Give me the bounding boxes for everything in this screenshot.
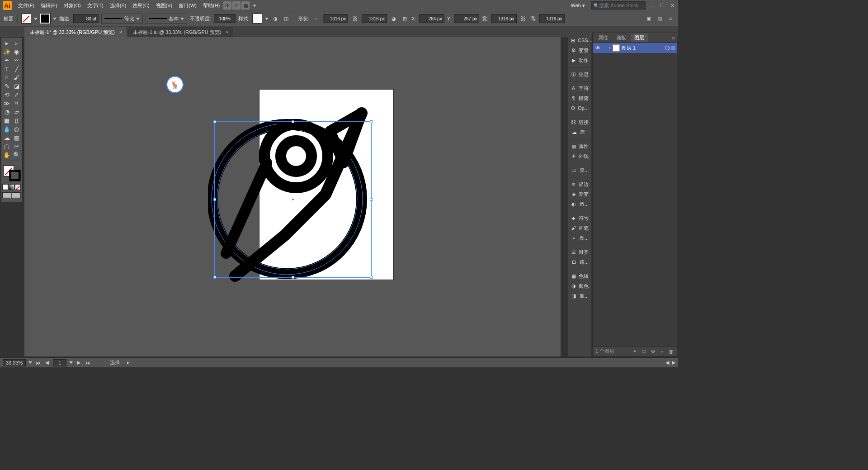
new-sublayer-icon[interactable]: ⊕ <box>650 348 656 355</box>
panel-button[interactable]: ⊞CSS... <box>568 35 591 45</box>
panel-button[interactable]: A字符 <box>568 83 591 93</box>
pie-icon[interactable]: ◕ <box>390 14 398 23</box>
last-artboard-icon[interactable]: ⏭ <box>85 360 91 366</box>
handle-icon[interactable] <box>213 276 216 279</box>
layer-name[interactable]: 图层 1 <box>622 45 636 52</box>
shaper-tool[interactable]: ✎ <box>2 82 12 90</box>
scroll-right-icon[interactable]: ▶ <box>672 360 675 366</box>
status-expand-icon[interactable]: ▸ <box>127 360 130 366</box>
artboard-nav-input[interactable]: 1 <box>53 359 66 366</box>
tab-layers[interactable]: 图层 <box>631 33 648 42</box>
document-tab[interactable]: 未标题-1* @ 33.33% (RGB/GPU 预览) × <box>24 27 127 37</box>
first-artboard-icon[interactable]: ⏮ <box>35 360 41 366</box>
zoom-tool[interactable]: 🔍 <box>12 151 22 159</box>
panel-button[interactable]: ⊡路... <box>568 257 591 267</box>
selection-tool[interactable]: ▸ <box>2 39 12 47</box>
blend-tool[interactable]: ◍ <box>12 125 22 133</box>
panel-button[interactable]: ▤属性 <box>568 141 591 151</box>
mesh-tool[interactable]: ▦ <box>2 116 12 124</box>
lasso-tool[interactable]: ◉ <box>12 47 22 56</box>
rotate-tool[interactable]: ⟲ <box>2 90 12 99</box>
x-input[interactable]: 284 px <box>419 14 444 23</box>
ellipse-tool[interactable]: ○ <box>2 73 12 81</box>
panel-menu-icon[interactable]: ≡ <box>672 35 675 41</box>
artboard-tool[interactable]: ▢ <box>2 142 12 150</box>
gpu-icon[interactable]: ✈ <box>250 1 259 9</box>
visibility-icon[interactable]: 👁 <box>594 45 601 51</box>
opacity-input[interactable]: 100% <box>214 14 236 23</box>
panel-button[interactable]: ⓘ信息 <box>568 69 591 79</box>
panel-button[interactable]: OOp... <box>568 103 591 113</box>
tab-properties[interactable]: 属性 <box>594 33 612 42</box>
panel-button[interactable]: 🖌画笔 <box>568 223 591 233</box>
menu-select[interactable]: 选择(S) <box>107 1 129 10</box>
panel-button[interactable]: ◑颜色 <box>568 281 591 291</box>
curvature-tool[interactable]: 〰 <box>12 56 22 64</box>
none-mode[interactable] <box>15 184 21 190</box>
menu-type[interactable]: 文字(T) <box>85 1 106 10</box>
stroke-weight-input[interactable]: 80 pt <box>73 14 99 23</box>
stock-icon[interactable]: St <box>232 1 241 9</box>
recolor-icon[interactable]: ◑ <box>271 14 279 23</box>
link-wh-icon[interactable]: ⛓ <box>351 14 359 23</box>
screen-mode2[interactable] <box>12 192 21 198</box>
screen-mode[interactable] <box>2 192 11 198</box>
y-input[interactable]: 267 px <box>454 14 479 23</box>
link-wh2-icon[interactable]: ⛓ <box>519 14 528 23</box>
edit-icon[interactable]: ▤ <box>656 14 664 23</box>
arrange-icon[interactable]: ▦ <box>241 1 250 9</box>
pen-tool[interactable]: ✒ <box>2 56 12 64</box>
brush-tool[interactable]: 🖌 <box>12 73 22 81</box>
panel-button[interactable]: ◐透... <box>568 199 591 209</box>
free-transform-tool[interactable]: ⌗ <box>12 99 22 107</box>
gradient-tool[interactable]: ▯ <box>12 116 22 124</box>
document-tab[interactable]: 未标题-1.ai @ 33.33% (RGB/GPU 预览) × <box>127 27 233 37</box>
search-input[interactable]: 🔍 搜索 Adobe Stock <box>591 1 646 9</box>
minimize-icon[interactable]: — <box>649 2 656 9</box>
panel-button[interactable]: ¶段落 <box>568 93 591 103</box>
scale-tool[interactable]: ⤢ <box>12 90 22 99</box>
menu-effect[interactable]: 效果(C) <box>130 1 152 10</box>
shape-h-input[interactable]: 1316 px <box>362 14 387 23</box>
handle-icon[interactable] <box>370 198 373 201</box>
symbol-sprayer-tool[interactable]: ☁ <box>2 133 12 142</box>
new-layer-icon[interactable]: ▫ <box>659 348 665 355</box>
graph-tool[interactable]: ▥ <box>12 133 22 142</box>
panel-button[interactable]: ≡描边 <box>568 179 591 189</box>
gradient-mode[interactable] <box>9 184 14 190</box>
tab-close-icon[interactable]: × <box>119 29 122 35</box>
menu-file[interactable]: 文件(F) <box>15 1 37 10</box>
brush-drop[interactable]: 基本 <box>146 14 187 24</box>
menu-edit[interactable]: 编辑(E) <box>38 1 60 10</box>
align-icon[interactable]: ◫ <box>282 14 290 23</box>
close-icon[interactable]: ✕ <box>669 2 675 9</box>
bridge-icon[interactable]: Br <box>223 1 231 9</box>
style-swatch[interactable] <box>252 14 262 24</box>
delete-layer-icon[interactable]: 🗑 <box>668 348 674 355</box>
h-input[interactable]: 1316 px <box>539 14 565 23</box>
hand-tool[interactable]: ✋ <box>2 151 12 159</box>
width-tool[interactable]: ≫ <box>2 99 12 107</box>
prev-artboard-icon[interactable]: ◀ <box>44 360 50 366</box>
target-icon[interactable] <box>665 46 670 50</box>
panel-button[interactable]: ◈渐变 <box>568 189 591 199</box>
handle-icon[interactable] <box>213 120 216 123</box>
stroke-swatch[interactable] <box>40 14 50 24</box>
panel-button[interactable]: ⚙变量 <box>568 45 591 55</box>
menu-view[interactable]: 视图(V) <box>153 1 175 10</box>
stroke-box[interactable] <box>9 170 20 181</box>
handle-icon[interactable] <box>213 198 216 201</box>
fill-stroke-control[interactable] <box>2 165 21 182</box>
panel-button[interactable]: ⛓链接 <box>568 117 591 127</box>
menu-help[interactable]: 帮助(H) <box>200 1 222 10</box>
tab-artboards[interactable]: 画板 <box>613 33 630 42</box>
w-input[interactable]: 1316 px <box>491 14 517 23</box>
layer-row[interactable]: 👁 › 图层 1 <box>593 43 677 53</box>
eraser-tool[interactable]: ◪ <box>12 82 22 90</box>
profile-drop[interactable]: 等比 <box>101 14 143 24</box>
handle-icon[interactable] <box>292 276 294 279</box>
panel-button[interactable]: ◨颜... <box>568 291 591 301</box>
direct-selection-tool[interactable]: ▹ <box>12 39 22 47</box>
next-artboard-icon[interactable]: ▶ <box>75 360 82 366</box>
ref-point-icon[interactable]: ⊞ <box>401 14 409 23</box>
